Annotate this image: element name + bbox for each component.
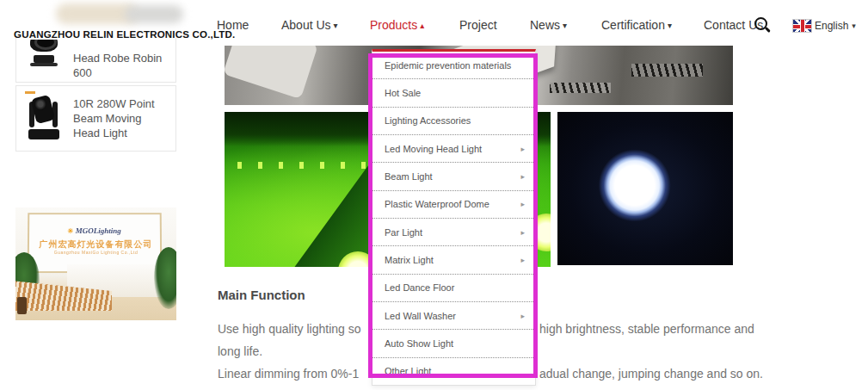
- menu-item-other-light[interactable]: Other Light: [372, 358, 535, 385]
- products-dropdown-menu: Epidemic prevention materials Hot Sale L…: [372, 49, 536, 386]
- paragraph-line3-right: adual change, jumping change and so on.: [539, 367, 763, 381]
- menu-item-hot-sale[interactable]: Hot Sale: [372, 79, 535, 107]
- showroom-chinese-name: 广州宏高灯光设备有限公司: [15, 238, 176, 251]
- nav-certification[interactable]: Certification▾: [601, 18, 672, 32]
- showroom-photo: ☀ MGOLighting 广州宏高灯光设备有限公司 Guangzhou Max…: [15, 207, 176, 320]
- product-title[interactable]: Head Robe Robin 600: [73, 51, 169, 80]
- company-logo[interactable]: [52, 2, 185, 26]
- menu-item-led-dance-floor[interactable]: Led Dance Floor: [372, 275, 535, 302]
- showroom-english-name: Guangzhou MaxiGo Lighting Co.,Ltd: [15, 250, 176, 255]
- showroom-logo-text: ☀ MGOLighting: [15, 226, 173, 235]
- caret-down-icon: ▾: [852, 22, 856, 30]
- caret-down-icon: ▾: [334, 21, 338, 30]
- paragraph-line1-right: high brightness, stable performance and: [539, 322, 754, 336]
- nav-project[interactable]: Project: [459, 18, 497, 32]
- sidebar-product-item[interactable]: 10R 280W Point Beam Moving Head Light: [15, 85, 176, 152]
- sun-icon: ☀: [67, 227, 73, 235]
- paragraph-line3-left: Linear dimming from 0%-1: [218, 367, 369, 381]
- sidebar-product-item[interactable]: Head Robe Robin 600: [15, 38, 176, 83]
- caret-down-icon: ▾: [563, 21, 567, 30]
- nav-about-us[interactable]: About Us▾: [281, 18, 338, 32]
- caret-up-icon: ▴: [420, 21, 424, 30]
- uk-flag-icon: [792, 19, 812, 33]
- plant: [154, 247, 176, 309]
- language-selector[interactable]: English▾: [815, 20, 856, 32]
- nav-home[interactable]: Home: [217, 18, 249, 32]
- submenu-arrow-icon: ▸: [520, 172, 525, 181]
- section-heading: Main Function: [218, 288, 305, 302]
- menu-item-epidemic-prevention-materials[interactable]: Epidemic prevention materials: [372, 52, 535, 79]
- menu-item-beam-light[interactable]: Beam Light ▸: [372, 163, 535, 190]
- product-image-beam-circle: [557, 112, 733, 265]
- product-thumbnail: [23, 91, 65, 145]
- logo-blob: [125, 5, 183, 23]
- submenu-arrow-icon: ▸: [520, 145, 525, 153]
- paragraph-line1-left: Use high quality lighting so: [218, 322, 369, 336]
- product-title[interactable]: 10R 280W Point Beam Moving Head Light: [73, 96, 169, 140]
- menu-item-auto-show-light[interactable]: Auto Show Light: [372, 330, 535, 357]
- search-icon[interactable]: [754, 17, 767, 30]
- menu-item-plastic-waterproof-dome[interactable]: Plastic Waterproof Dome ▸: [372, 191, 535, 219]
- submenu-arrow-icon: ▸: [520, 312, 525, 320]
- menu-item-lighting-accessories[interactable]: Lighting Accessories: [372, 108, 535, 135]
- submenu-arrow-icon: ▸: [520, 228, 525, 237]
- menu-item-led-moving-head-light[interactable]: Led Moving Head Light ▸: [372, 135, 535, 163]
- nav-products[interactable]: Products▴: [370, 18, 424, 32]
- menu-item-matrix-light[interactable]: Matrix Light ▸: [372, 246, 535, 274]
- submenu-arrow-icon: ▸: [520, 256, 525, 264]
- product-thumbnail: [25, 40, 63, 72]
- submenu-arrow-icon: ▸: [520, 200, 525, 208]
- nav-news[interactable]: News▾: [530, 18, 567, 32]
- menu-item-par-light[interactable]: Par Light ▸: [372, 219, 535, 246]
- caret-down-icon: ▾: [668, 21, 672, 30]
- plant-pot: [17, 297, 27, 314]
- page: GUANGZHOU RELIN ELECTRONICS CO.,LTD. Hom…: [0, 0, 868, 390]
- paragraph-line2: long life.: [218, 344, 262, 358]
- menu-item-led-wall-washer[interactable]: Led Wall Washer ▸: [372, 302, 535, 330]
